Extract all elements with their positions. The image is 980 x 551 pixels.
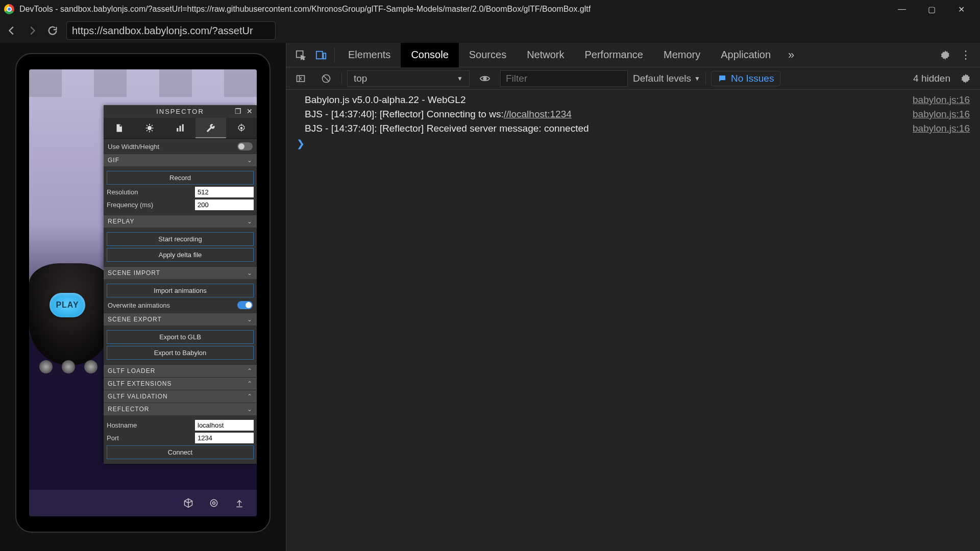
frequency-input[interactable] — [195, 199, 254, 210]
close-button[interactable]: ✕ — [946, 0, 976, 18]
levels-select[interactable]: Default levels▼ — [633, 73, 700, 84]
tab-memory[interactable]: Memory — [653, 43, 710, 67]
tab-console[interactable]: Console — [401, 43, 458, 67]
source-link[interactable]: babylon.js:16 — [913, 123, 970, 134]
section-gltf-loader[interactable]: GLTF LOADER⌃ — [104, 364, 257, 377]
address-bar[interactable]: https://sandbox.babylonjs.com/?assetUr — [66, 21, 276, 40]
device-toggle-icon[interactable] — [311, 45, 331, 65]
filter-input[interactable] — [500, 70, 628, 87]
model-feet — [39, 360, 97, 373]
clear-console-icon[interactable] — [316, 68, 336, 89]
inspect-element-icon[interactable] — [290, 45, 311, 65]
chevron-up-icon: ⌃ — [247, 393, 253, 400]
upload-icon[interactable] — [234, 498, 244, 508]
sandbox-viewport[interactable]: PLAY INSPECTOR ❐ ✕ — [29, 69, 257, 516]
back-button[interactable] — [5, 24, 18, 37]
tab-tools[interactable] — [195, 118, 226, 138]
tab-settings[interactable] — [226, 118, 257, 138]
resolution-input[interactable] — [195, 187, 254, 197]
close-icon[interactable]: ✕ — [247, 107, 254, 115]
tab-network[interactable]: Network — [517, 43, 574, 67]
issues-button[interactable]: No Issues — [711, 71, 780, 86]
source-link[interactable]: babylon.js:16 — [913, 109, 970, 120]
live-expression-icon[interactable] — [475, 68, 495, 89]
play-button[interactable]: PLAY — [50, 293, 85, 317]
chevron-down-icon: ⌄ — [247, 316, 253, 323]
overwrite-toggle[interactable] — [237, 301, 253, 309]
svg-rect-3 — [182, 124, 184, 132]
more-tabs-icon[interactable]: » — [781, 45, 801, 65]
console-prompt[interactable]: ❯ — [286, 136, 980, 152]
section-gltf-validation[interactable]: GLTF VALIDATION⌃ — [104, 390, 257, 403]
svg-rect-9 — [324, 53, 326, 59]
svg-point-13 — [483, 77, 486, 80]
chevron-down-icon: ⌄ — [247, 157, 253, 164]
import-animations-button[interactable]: Import animations — [107, 284, 254, 297]
section-gif[interactable]: GIF⌄ — [104, 154, 257, 166]
target-icon[interactable] — [209, 498, 219, 508]
tab-properties[interactable] — [104, 118, 134, 138]
console-output[interactable]: Babylon.js v5.0.0-alpha.22 - WebGL2 baby… — [286, 90, 980, 551]
tab-application[interactable]: Application — [710, 43, 781, 67]
connect-button[interactable]: Connect — [107, 445, 254, 459]
svg-rect-8 — [316, 51, 323, 59]
chevron-up-icon: ⌃ — [247, 367, 253, 374]
chevron-down-icon: ⌄ — [247, 406, 253, 413]
svg-rect-2 — [180, 126, 181, 132]
hidden-count[interactable]: 4 hidden — [913, 73, 950, 84]
section-gltf-extensions[interactable]: GLTF EXTENSIONS⌃ — [104, 377, 257, 390]
start-recording-button[interactable]: Start recording — [107, 232, 254, 246]
devtools-pane: Elements Console Sources Network Perform… — [286, 43, 980, 551]
section-reflector[interactable]: REFLECTOR⌄ — [104, 403, 257, 415]
device-preview-pane: PLAY INSPECTOR ❐ ✕ — [0, 43, 286, 551]
tab-stats[interactable] — [165, 118, 195, 138]
chevron-down-icon: ⌄ — [247, 218, 253, 225]
svg-point-0 — [148, 126, 152, 130]
minimize-button[interactable]: — — [887, 0, 917, 18]
tab-debug[interactable] — [134, 118, 165, 138]
sidebar-toggle-icon[interactable] — [290, 68, 311, 89]
reload-button[interactable] — [46, 24, 59, 37]
forward-button[interactable] — [26, 24, 39, 37]
console-settings-icon[interactable] — [955, 68, 976, 89]
log-line: BJS - [14:37:40]: [Reflector] Connecting… — [286, 107, 980, 121]
popout-icon[interactable]: ❐ — [235, 107, 242, 115]
ws-link[interactable]: //localhost:1234 — [504, 109, 572, 119]
devtools-tabbar: Elements Console Sources Network Perform… — [286, 43, 980, 67]
inspector-title: INSPECTOR ❐ ✕ — [104, 105, 257, 118]
svg-point-4 — [240, 127, 243, 130]
section-scene-import[interactable]: SCENE IMPORT⌄ — [104, 266, 257, 279]
maximize-button[interactable]: ▢ — [917, 0, 946, 18]
svg-point-6 — [213, 502, 215, 505]
console-toolbar: top▼ Default levels▼ No Issues 4 hidden — [286, 67, 980, 90]
device-frame: PLAY INSPECTOR ❐ ✕ — [15, 53, 271, 533]
svg-point-5 — [210, 499, 217, 506]
chevron-up-icon: ⌃ — [247, 380, 253, 387]
record-button[interactable]: Record — [107, 171, 254, 185]
tab-sources[interactable]: Sources — [459, 43, 517, 67]
svg-rect-1 — [177, 128, 178, 132]
browser-toolbar: https://sandbox.babylonjs.com/?assetUr — [0, 18, 980, 43]
chrome-icon — [4, 4, 14, 14]
gear-icon[interactable] — [935, 45, 955, 65]
inspector-panel: INSPECTOR ❐ ✕ Use Width/ — [104, 105, 257, 464]
port-input[interactable] — [195, 433, 254, 443]
sandbox-bottombar — [29, 490, 257, 516]
export-glb-button[interactable]: Export to GLB — [107, 330, 254, 344]
tab-elements[interactable]: Elements — [338, 43, 401, 67]
section-scene-export[interactable]: SCENE EXPORT⌄ — [104, 313, 257, 325]
source-link[interactable]: babylon.js:16 — [913, 94, 970, 106]
hostname-input[interactable] — [195, 420, 254, 431]
window-titlebar: DevTools - sandbox.babylonjs.com/?assetU… — [0, 0, 980, 18]
kebab-icon[interactable]: ⋮ — [955, 45, 976, 65]
cube-icon[interactable] — [183, 498, 193, 508]
use-wh-toggle[interactable] — [237, 142, 253, 151]
section-replay[interactable]: REPLAY⌄ — [104, 215, 257, 228]
apply-delta-button[interactable]: Apply delta file — [107, 248, 254, 262]
context-select[interactable]: top▼ — [347, 70, 470, 87]
loading-strip — [29, 69, 257, 97]
tab-performance[interactable]: Performance — [575, 43, 654, 67]
use-width-height-row: Use Width/Height — [104, 139, 257, 154]
export-babylon-button[interactable]: Export to Babylon — [107, 346, 254, 360]
log-line: Babylon.js v5.0.0-alpha.22 - WebGL2 baby… — [286, 93, 980, 107]
